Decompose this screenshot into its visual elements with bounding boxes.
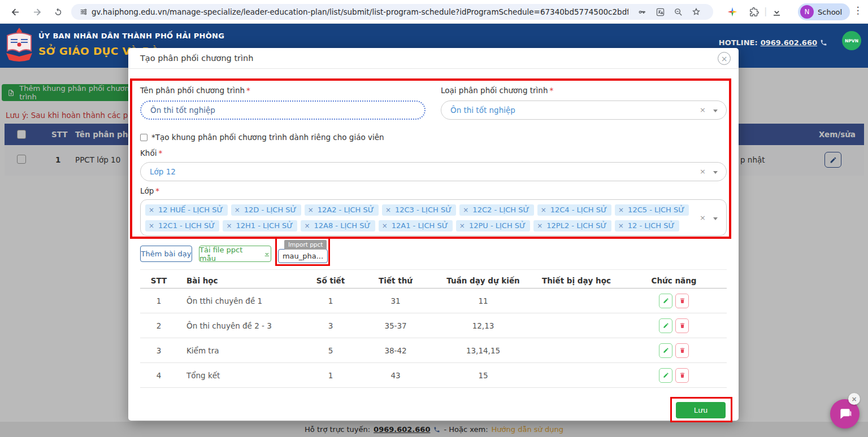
download-icon[interactable] — [770, 5, 783, 19]
tag-remove-icon[interactable]: × — [459, 222, 465, 230]
ppct-type-value: Ôn thi tốt nghiệp — [450, 106, 515, 115]
zoom-icon[interactable] — [671, 6, 685, 18]
table-row: 3 Kiểm tra 5 38-42 13,14,15 — [140, 338, 727, 363]
clear-icon[interactable]: × — [700, 167, 706, 176]
grade-value: Lớp 12 — [150, 167, 176, 176]
hotline-label: HOTLINE: — [719, 38, 758, 47]
delete-row-button[interactable] — [675, 294, 689, 308]
tag-remove-icon[interactable]: × — [149, 222, 154, 230]
tag-remove-icon[interactable]: × — [308, 206, 314, 214]
edit-row-button[interactable] — [659, 343, 672, 358]
chat-close-icon: × — [851, 395, 857, 403]
back-icon[interactable] — [8, 5, 23, 19]
browser-menu-icon[interactable]: ⋮ — [852, 5, 863, 16]
clear-icon[interactable]: × — [700, 106, 706, 114]
tag-remove-icon[interactable]: × — [463, 206, 468, 214]
url-text: gv.haiphong.edu.vn/manage-specialize/lea… — [92, 7, 628, 16]
modal-close-button[interactable]: × — [718, 52, 731, 65]
browser-toolbar: gv.haiphong.edu.vn/manage-specialize/lea… — [0, 0, 868, 24]
password-key-icon[interactable] — [635, 6, 649, 18]
pencil-icon — [663, 298, 669, 304]
lesson-table-header: STT Bài học Số tiết Tiết thứ Tuần dạy dự… — [140, 273, 727, 289]
ppct-name-input[interactable] — [140, 100, 426, 120]
grade-select[interactable]: Lớp 12 × — [140, 162, 727, 181]
edit-row-button[interactable] — [659, 368, 672, 383]
name-field-label: Tên phân phối chương trình* — [140, 86, 250, 95]
class-field-label: Lớp* — [140, 186, 159, 195]
table-row: 2 Ôn thi chuyên đề 2 - 3 3 35-37 12,13 — [140, 313, 727, 338]
tag-remove-icon[interactable]: × — [537, 222, 542, 230]
grade-field-label: Khối* — [140, 148, 162, 158]
download-icon — [263, 250, 271, 257]
class-tag-row-1: ×12 HUẾ - LỊCH SỬ ×12D - LỊCH SỬ ×12A2 -… — [145, 204, 689, 216]
modal-header: Tạo phân phối chương trình × — [128, 48, 739, 69]
chat-bubble-icon — [837, 407, 852, 421]
tag-remove-icon[interactable]: × — [226, 222, 232, 230]
class-tag: ×12C4 - LỊCH SỬ — [537, 204, 611, 216]
extensions-puzzle-icon[interactable] — [747, 5, 761, 19]
phone-icon — [820, 39, 827, 46]
import-file-button[interactable]: mau_pha... — [278, 249, 328, 263]
url-bar[interactable]: gv.haiphong.edu.vn/manage-specialize/lea… — [71, 4, 713, 20]
forward-icon[interactable] — [29, 5, 44, 19]
tag-remove-icon[interactable]: × — [304, 222, 310, 230]
class-tag: ×12A1 - LỊCH SỬ — [379, 220, 453, 231]
translate-icon[interactable] — [653, 6, 667, 18]
tag-remove-icon[interactable]: × — [618, 222, 624, 230]
tag-remove-icon[interactable]: × — [385, 206, 391, 214]
delete-row-button[interactable] — [675, 343, 689, 358]
sparkle-extension-icon[interactable] — [726, 5, 739, 19]
ppct-type-select[interactable]: Ôn thi tốt nghiệp × — [441, 100, 727, 120]
class-tag: ×12C5 - LỊCH SỬ — [615, 204, 689, 216]
class-tag: ×12C3 - LỊCH SỬ — [382, 204, 456, 216]
download-template-button[interactable]: Tải file ppct mẫu — [199, 246, 271, 262]
tag-remove-icon[interactable]: × — [149, 206, 154, 214]
profile-avatar: N — [800, 5, 814, 19]
modal-title: Tạo phân phối chương trình — [140, 54, 254, 63]
create-ppct-modal: Tạo phân phối chương trình × Tên phân ph… — [128, 48, 739, 421]
chevron-down-icon[interactable] — [713, 110, 718, 112]
pencil-icon — [663, 372, 669, 378]
delete-row-button[interactable] — [675, 368, 689, 383]
toolbar-separator: | — [764, 6, 767, 16]
hotline-number[interactable]: 0969.602.660 — [761, 38, 817, 47]
tag-remove-icon[interactable]: × — [382, 222, 388, 230]
close-icon: × — [721, 54, 728, 63]
site-info-icon[interactable] — [77, 6, 90, 18]
reload-icon[interactable] — [51, 5, 66, 19]
class-multiselect[interactable]: ×12 HUẾ - LỊCH SỬ ×12D - LỊCH SỬ ×12A2 -… — [140, 199, 727, 236]
profile-name: School — [818, 8, 842, 16]
doe-logo — [5, 27, 34, 65]
edit-row-button[interactable] — [659, 294, 672, 308]
user-avatar[interactable]: NPVN — [842, 31, 861, 50]
class-tag-row-2: ×12C1 - LỊCH SỬ ×12H1 - LỊCH SỬ ×12A8 - … — [145, 220, 679, 231]
lesson-table: STT Bài học Số tiết Tiết thứ Tuần dạy dự… — [140, 269, 727, 388]
class-tag: ×12C2 - LỊCH SỬ — [459, 204, 533, 216]
tag-remove-icon[interactable]: × — [618, 206, 624, 214]
trash-icon — [679, 322, 685, 329]
tag-remove-icon[interactable]: × — [541, 206, 546, 214]
type-field-label: Loại phân phối chương trình* — [441, 86, 553, 95]
clear-icon[interactable]: × — [700, 213, 706, 222]
class-tag: ×12H1 - LỊCH SỬ — [223, 220, 297, 231]
save-button[interactable]: Lưu — [676, 402, 726, 418]
bookmark-star-icon[interactable] — [689, 6, 703, 18]
chevron-down-icon[interactable] — [713, 171, 718, 174]
class-tag: ×12 HUẾ - LỊCH SỬ — [145, 204, 228, 216]
chevron-down-icon[interactable] — [713, 217, 718, 220]
table-row: 1 Ôn tthi chuyên đề 1 1 31 11 — [140, 289, 727, 313]
hotline: HOTLINE: 0969.602.660 — [719, 38, 827, 47]
trash-icon — [679, 372, 685, 378]
chat-close-button[interactable]: × — [848, 393, 860, 405]
delete-row-button[interactable] — [675, 318, 689, 333]
class-tag: ×12A2 - LỊCH SỬ — [305, 204, 379, 216]
browser-profile-chip[interactable]: N School — [798, 3, 850, 20]
import-tooltip: Import ppct — [284, 240, 327, 250]
class-tag: ×12D - LỊCH SỬ — [231, 204, 301, 216]
screen: gv.haiphong.edu.vn/manage-specialize/lea… — [0, 0, 868, 437]
teacher-only-checkbox[interactable] — [140, 134, 147, 141]
add-lesson-button[interactable]: Thêm bài dạy — [140, 246, 192, 262]
table-row: 4 Tổng kết 1 43 15 — [140, 363, 727, 388]
tag-remove-icon[interactable]: × — [235, 206, 240, 214]
edit-row-button[interactable] — [659, 318, 672, 333]
